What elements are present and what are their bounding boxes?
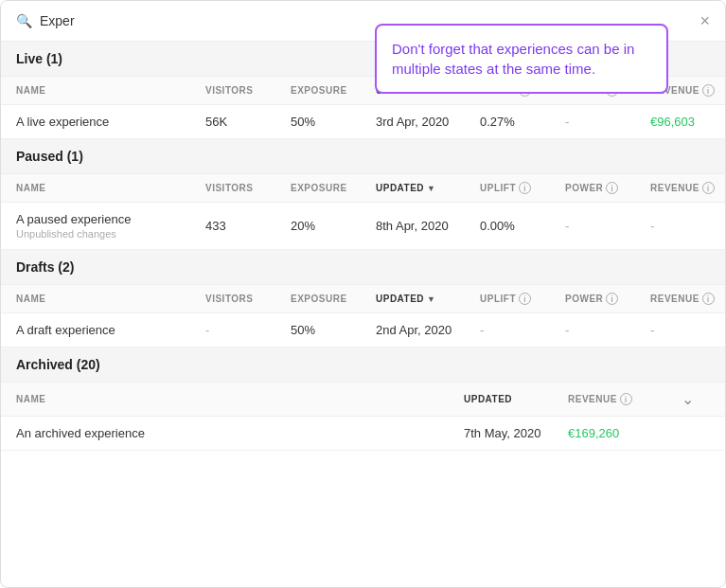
table-row[interactable]: A live experience 56K 50% 3rd Apr, 2020 … bbox=[1, 105, 725, 139]
archived-table: NAME UPDATED REVENUE i ⌄ An archived exp… bbox=[1, 382, 725, 451]
cell-uplift: 0.00% bbox=[480, 219, 565, 233]
cell-name: A draft experience bbox=[16, 323, 205, 337]
cell-visitors: 56K bbox=[205, 115, 291, 129]
section-drafts-header: Drafts (2) bbox=[1, 250, 725, 284]
main-container: 🔍 Exper × Don't forget that experiences … bbox=[0, 0, 726, 588]
cell-sub: Unpublished changes bbox=[16, 228, 205, 240]
th-revenue-archived: REVENUE i bbox=[568, 393, 682, 405]
search-input-value[interactable]: Exper bbox=[40, 13, 75, 28]
table-row[interactable]: A paused experience Unpublished changes … bbox=[1, 203, 725, 250]
th-updated-paused[interactable]: UPDATED ▼ bbox=[376, 183, 480, 193]
th-name-paused: NAME bbox=[16, 183, 205, 193]
close-button[interactable]: × bbox=[699, 12, 710, 29]
cell-revenue: - bbox=[650, 323, 726, 337]
cell-visitors: - bbox=[205, 323, 291, 337]
cell-updated: 3rd Apr, 2020 bbox=[376, 115, 480, 129]
th-uplift-drafts: UPLIFT i bbox=[480, 293, 565, 305]
th-name-archived: NAME bbox=[16, 394, 464, 404]
cell-revenue: €169,260 bbox=[568, 426, 682, 440]
cell-name: A live experience bbox=[16, 115, 205, 129]
th-updated-drafts[interactable]: UPDATED ▼ bbox=[376, 294, 480, 304]
section-archived-header: Archived (20) bbox=[1, 347, 725, 382]
drafts-table: NAME VISITORS EXPOSURE UPDATED ▼ UPLIFT … bbox=[1, 284, 725, 347]
cell-updated: 2nd Apr, 2020 bbox=[376, 323, 480, 337]
paused-table: NAME VISITORS EXPOSURE UPDATED ▼ UPLIFT … bbox=[1, 173, 725, 250]
th-visitors-drafts: VISITORS bbox=[205, 294, 291, 304]
info-icon-uplift-paused: i bbox=[519, 182, 531, 194]
cell-revenue: - bbox=[650, 219, 726, 233]
cell-name: An archived experience bbox=[16, 426, 464, 440]
search-icon: 🔍 bbox=[16, 13, 32, 28]
cell-exposure: 50% bbox=[291, 115, 376, 129]
paused-table-header: NAME VISITORS EXPOSURE UPDATED ▼ UPLIFT … bbox=[1, 173, 725, 203]
th-name-drafts: NAME bbox=[16, 294, 205, 304]
th-revenue-drafts: REVENUE i bbox=[650, 293, 726, 305]
th-exposure-live: EXPOSURE bbox=[291, 85, 376, 96]
search-area: 🔍 Exper bbox=[16, 13, 75, 28]
th-expand-archived: ⌄ bbox=[682, 390, 710, 408]
cell-visitors: 433 bbox=[205, 219, 291, 233]
th-visitors-live: VISITORS bbox=[205, 85, 291, 96]
archived-table-header: NAME UPDATED REVENUE i ⌄ bbox=[1, 382, 725, 417]
th-exposure-paused: EXPOSURE bbox=[291, 183, 376, 193]
cell-power: - bbox=[565, 219, 650, 233]
table-row[interactable]: A draft experience - 50% 2nd Apr, 2020 -… bbox=[1, 313, 725, 347]
info-icon-revenue-live: i bbox=[702, 84, 715, 97]
cell-updated: 8th Apr, 2020 bbox=[376, 219, 480, 233]
info-icon-power-paused: i bbox=[606, 182, 618, 194]
th-revenue-paused: REVENUE i bbox=[650, 182, 726, 194]
table-row[interactable]: An archived experience 7th May, 2020 €16… bbox=[1, 417, 725, 451]
th-uplift-paused: UPLIFT i bbox=[480, 182, 565, 194]
info-icon-revenue-archived: i bbox=[620, 393, 632, 405]
cell-uplift: - bbox=[480, 323, 565, 337]
cell-exposure: 20% bbox=[291, 219, 376, 233]
cell-name: A paused experience Unpublished changes bbox=[16, 212, 205, 240]
sort-arrow-drafts: ▼ bbox=[427, 294, 435, 304]
th-name-live: NAME bbox=[16, 85, 205, 96]
th-visitors-paused: VISITORS bbox=[205, 183, 291, 193]
th-exposure-drafts: EXPOSURE bbox=[291, 294, 376, 304]
section-paused-header: Paused (1) bbox=[1, 139, 725, 173]
cell-updated: 7th May, 2020 bbox=[464, 426, 568, 440]
sort-arrow-paused: ▼ bbox=[427, 184, 435, 193]
cell-power: - bbox=[565, 323, 650, 337]
th-power-drafts: POWER i bbox=[565, 293, 650, 305]
drafts-table-header: NAME VISITORS EXPOSURE UPDATED ▼ UPLIFT … bbox=[1, 284, 725, 313]
tooltip-box: Don't forget that experiences can be in … bbox=[375, 24, 668, 94]
tooltip-text: Don't forget that experiences can be in … bbox=[392, 41, 634, 77]
th-power-paused: POWER i bbox=[565, 182, 650, 194]
cell-revenue: €96,603 bbox=[650, 115, 726, 129]
info-icon-power-drafts: i bbox=[606, 293, 618, 305]
chevron-down-icon[interactable]: ⌄ bbox=[682, 391, 694, 407]
info-icon-revenue-paused: i bbox=[702, 182, 715, 194]
cell-exposure: 50% bbox=[291, 323, 376, 337]
cell-uplift: 0.27% bbox=[480, 115, 565, 129]
cell-power: - bbox=[565, 115, 650, 129]
info-icon-revenue-drafts: i bbox=[702, 293, 715, 305]
info-icon-uplift-drafts: i bbox=[519, 293, 531, 305]
th-updated-archived[interactable]: UPDATED bbox=[464, 394, 568, 404]
